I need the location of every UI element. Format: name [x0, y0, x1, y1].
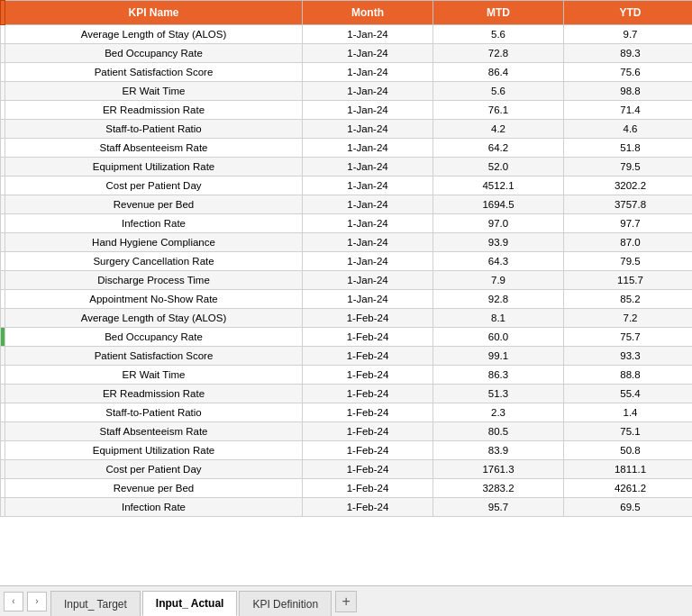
cell-month: 1-Jan-24: [303, 101, 433, 120]
table-row[interactable]: Staff-to-Patient Ratio1-Feb-242.31.4: [1, 403, 693, 422]
cell-ytd: 98.8: [564, 82, 693, 101]
cell-mtd: 1761.3: [433, 460, 564, 479]
cell-kpi-name: Staff-to-Patient Ratio: [5, 403, 303, 422]
tab-bar: ‹ › Input_ TargetInput_ ActualKPI Defini…: [0, 585, 692, 616]
cell-ytd: 89.3: [564, 44, 693, 63]
cell-month: 1-Jan-24: [303, 82, 433, 101]
tab-kpi-definition[interactable]: KPI Definition: [239, 591, 332, 616]
table-row[interactable]: Average Length of Stay (ALOS)1-Jan-245.6…: [1, 25, 693, 44]
cell-kpi-name: Cost per Patient Day: [5, 177, 303, 195]
cell-mtd: 86.3: [433, 366, 564, 385]
table-row[interactable]: Bed Occupancy Rate1-Feb-2460.075.7: [1, 328, 693, 347]
cell-ytd: 3757.8: [564, 195, 693, 214]
table-row[interactable]: ER Readmission Rate1-Feb-2451.355.4: [1, 385, 693, 403]
spreadsheet-container: KPI Name Month MTD YTD Average Length of…: [0, 0, 692, 616]
cell-kpi-name: Bed Occupancy Rate: [5, 44, 303, 63]
cell-mtd: 72.8: [433, 44, 564, 63]
cell-kpi-name: Discharge Process Time: [5, 271, 303, 290]
table-row[interactable]: Equipment Utilization Rate1-Feb-2483.950…: [1, 441, 693, 460]
cell-kpi-name: Staff-to-Patient Ratio: [5, 120, 303, 139]
col-header-ytd[interactable]: YTD: [564, 1, 693, 25]
table-row[interactable]: Staff-to-Patient Ratio1-Jan-244.24.6: [1, 120, 693, 139]
cell-ytd: 3202.2: [564, 177, 693, 195]
table-row[interactable]: Bed Occupancy Rate1-Jan-2472.889.3: [1, 44, 693, 63]
table-row[interactable]: Appointment No-Show Rate1-Jan-2492.885.2: [1, 290, 693, 309]
cell-mtd: 95.7: [433, 498, 564, 517]
table-row[interactable]: Infection Rate1-Jan-2497.097.7: [1, 214, 693, 233]
table-row[interactable]: ER Wait Time1-Feb-2486.388.8: [1, 366, 693, 385]
cell-month: 1-Jan-24: [303, 120, 433, 139]
cell-ytd: 71.4: [564, 101, 693, 120]
table-row[interactable]: Infection Rate1-Feb-2495.769.5: [1, 498, 693, 517]
cell-month: 1-Jan-24: [303, 214, 433, 233]
table-wrapper[interactable]: KPI Name Month MTD YTD Average Length of…: [0, 0, 692, 585]
cell-mtd: 83.9: [433, 441, 564, 460]
cell-kpi-name: Bed Occupancy Rate: [5, 328, 303, 347]
table-row[interactable]: Discharge Process Time1-Jan-247.9115.7: [1, 271, 693, 290]
tab-input_-target[interactable]: Input_ Target: [50, 591, 141, 616]
cell-ytd: 4.6: [564, 120, 693, 139]
col-header-kpi-name[interactable]: KPI Name: [5, 1, 303, 25]
cell-mtd: 2.3: [433, 403, 564, 422]
cell-kpi-name: Revenue per Bed: [5, 195, 303, 214]
cell-mtd: 1694.5: [433, 195, 564, 214]
cell-kpi-name: Staff Absenteeism Rate: [5, 139, 303, 158]
tab-next-button[interactable]: ›: [27, 592, 47, 611]
cell-month: 1-Jan-24: [303, 195, 433, 214]
table-row[interactable]: Hand Hygiene Compliance1-Jan-2493.987.0: [1, 233, 693, 252]
cell-mtd: 86.4: [433, 63, 564, 82]
col-header-mtd[interactable]: MTD: [433, 1, 564, 25]
cell-ytd: 9.7: [564, 25, 693, 44]
table-row[interactable]: ER Readmission Rate1-Jan-2476.171.4: [1, 101, 693, 120]
table-row[interactable]: Staff Absenteeism Rate1-Jan-2464.251.8: [1, 139, 693, 158]
cell-ytd: 79.5: [564, 158, 693, 177]
cell-ytd: 1811.1: [564, 460, 693, 479]
cell-ytd: 1.4: [564, 403, 693, 422]
cell-month: 1-Feb-24: [303, 385, 433, 403]
table-row[interactable]: Staff Absenteeism Rate1-Feb-2480.575.1: [1, 422, 693, 441]
tab-prev-button[interactable]: ‹: [4, 592, 23, 611]
cell-month: 1-Feb-24: [303, 309, 433, 328]
cell-month: 1-Jan-24: [303, 233, 433, 252]
table-row[interactable]: Cost per Patient Day1-Feb-241761.31811.1: [1, 460, 693, 479]
table-row[interactable]: Average Length of Stay (ALOS)1-Feb-248.1…: [1, 309, 693, 328]
tab-input_-actual[interactable]: Input_ Actual: [142, 591, 238, 616]
table-row[interactable]: Revenue per Bed1-Feb-243283.24261.2: [1, 479, 693, 498]
cell-mtd: 97.0: [433, 214, 564, 233]
cell-month: 1-Feb-24: [303, 422, 433, 441]
table-row[interactable]: Patient Satisfaction Score1-Feb-2499.193…: [1, 347, 693, 366]
cell-ytd: 79.5: [564, 252, 693, 271]
cell-kpi-name: ER Readmission Rate: [5, 101, 303, 120]
cell-ytd: 87.0: [564, 233, 693, 252]
cell-month: 1-Feb-24: [303, 347, 433, 366]
cell-ytd: 51.8: [564, 139, 693, 158]
col-header-month[interactable]: Month: [303, 1, 433, 25]
cell-ytd: 88.8: [564, 366, 693, 385]
table-row[interactable]: Patient Satisfaction Score1-Jan-2486.475…: [1, 63, 693, 82]
cell-mtd: 92.8: [433, 290, 564, 309]
table-row[interactable]: ER Wait Time1-Jan-245.698.8: [1, 82, 693, 101]
table-body: Average Length of Stay (ALOS)1-Jan-245.6…: [1, 25, 693, 517]
cell-month: 1-Jan-24: [303, 139, 433, 158]
cell-ytd: 93.3: [564, 347, 693, 366]
table-row[interactable]: Revenue per Bed1-Jan-241694.53757.8: [1, 195, 693, 214]
cell-kpi-name: Patient Satisfaction Score: [5, 347, 303, 366]
table-row[interactable]: Cost per Patient Day1-Jan-244512.13202.2: [1, 177, 693, 195]
cell-month: 1-Feb-24: [303, 498, 433, 517]
table-row[interactable]: Equipment Utilization Rate1-Jan-2452.079…: [1, 158, 693, 177]
tabs-container: Input_ TargetInput_ ActualKPI Definition: [50, 586, 333, 616]
cell-kpi-name: Patient Satisfaction Score: [5, 63, 303, 82]
cell-kpi-name: ER Wait Time: [5, 366, 303, 385]
add-tab-button[interactable]: +: [335, 591, 357, 612]
cell-kpi-name: Revenue per Bed: [5, 479, 303, 498]
cell-mtd: 8.1: [433, 309, 564, 328]
cell-month: 1-Feb-24: [303, 403, 433, 422]
cell-ytd: 75.1: [564, 422, 693, 441]
cell-mtd: 3283.2: [433, 479, 564, 498]
cell-mtd: 80.5: [433, 422, 564, 441]
cell-ytd: 75.7: [564, 328, 693, 347]
table-row[interactable]: Surgery Cancellation Rate1-Jan-2464.379.…: [1, 252, 693, 271]
cell-mtd: 5.6: [433, 25, 564, 44]
cell-month: 1-Jan-24: [303, 25, 433, 44]
cell-kpi-name: Staff Absenteeism Rate: [5, 422, 303, 441]
